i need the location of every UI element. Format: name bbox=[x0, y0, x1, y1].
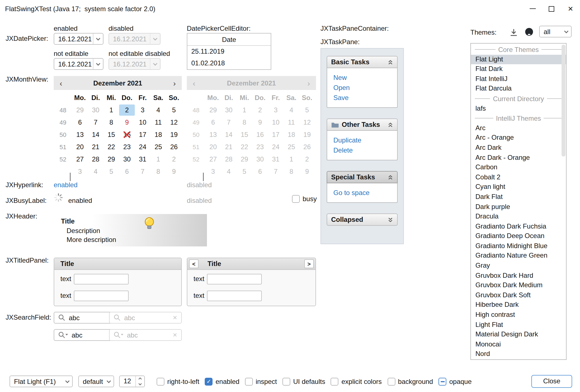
previous-month-icon[interactable]: ‹ bbox=[54, 79, 68, 87]
theme-item-dark-flat[interactable]: Dark Flat bbox=[471, 192, 566, 202]
theme-item-cobalt-2[interactable]: Cobalt 2 bbox=[471, 172, 566, 182]
day-cell[interactable]: 30 bbox=[119, 154, 135, 165]
taskpane-link-new[interactable]: New bbox=[333, 73, 391, 83]
day-cell[interactable]: 10 bbox=[135, 117, 150, 128]
day-cell[interactable]: 16 bbox=[119, 129, 135, 140]
day-cell[interactable]: 27 bbox=[72, 154, 88, 165]
date-table-row[interactable]: 25.11.2019 bbox=[187, 46, 271, 58]
theme-item-cyan-light[interactable]: Cyan light bbox=[471, 182, 566, 192]
theme-item-lafs[interactable]: lafs bbox=[471, 104, 566, 113]
taskpane-link-open[interactable]: Open bbox=[333, 83, 391, 93]
datepicker-not-editable[interactable]: 16.12.2021 bbox=[54, 58, 103, 70]
day-cell[interactable]: 26 bbox=[166, 141, 182, 153]
taskpane-header-other-tasks[interactable]: Other Tasks bbox=[327, 118, 398, 131]
day-cell[interactable]: 23 bbox=[119, 141, 135, 153]
datepicker-arrow-button[interactable] bbox=[93, 59, 103, 69]
day-cell[interactable]: 9 bbox=[119, 117, 135, 128]
checkbox-opaque[interactable]: opaque bbox=[438, 377, 471, 385]
day-cell[interactable]: 7 bbox=[88, 117, 103, 128]
font-combo[interactable]: default bbox=[78, 376, 114, 387]
day-cell[interactable]: 4 bbox=[150, 104, 166, 116]
theme-item-gradianto-deep-ocean[interactable]: Gradianto Deep Ocean bbox=[471, 232, 566, 241]
theme-item-hiberbee-dark[interactable]: Hiberbee Dark bbox=[471, 300, 566, 310]
hyperlink-enabled[interactable]: enabled bbox=[54, 181, 77, 189]
themes-filter-combo[interactable]: all bbox=[539, 26, 572, 37]
day-cell[interactable]: 22 bbox=[103, 141, 119, 153]
text-field[interactable] bbox=[74, 291, 129, 301]
day-cell[interactable]: 5 bbox=[103, 166, 119, 177]
day-cell[interactable]: 5 bbox=[166, 104, 182, 116]
day-cell[interactable]: 31 bbox=[135, 154, 150, 165]
checkbox-busy[interactable]: busy bbox=[292, 195, 317, 203]
search-field-with-menu[interactable]: abc ✕ bbox=[54, 329, 117, 341]
day-cell[interactable]: 18 bbox=[150, 129, 166, 140]
theme-item-gruvbox-dark-soft[interactable]: Gruvbox Dark Soft bbox=[471, 291, 566, 300]
font-size-spinner[interactable]: 12 bbox=[119, 376, 145, 387]
minimize-button[interactable] bbox=[523, 0, 542, 17]
datepicker-enabled[interactable]: 16.12.2021 bbox=[54, 33, 103, 45]
search-input-value[interactable]: abc bbox=[69, 314, 105, 322]
checkbox-explicit-colors[interactable]: explicit colors bbox=[331, 377, 382, 385]
search-field[interactable]: abc ✕ bbox=[54, 312, 117, 324]
theme-item-flat-darcula[interactable]: Flat Darcula bbox=[471, 84, 566, 94]
taskpane-header-basic-tasks[interactable]: Basic Tasks bbox=[327, 56, 398, 68]
day-cell[interactable]: 17 bbox=[135, 129, 150, 140]
theme-item-monocai[interactable]: Monocai bbox=[471, 340, 566, 350]
checkbox-right-to-left[interactable]: right-to-left bbox=[157, 377, 199, 385]
theme-item-dark-purple[interactable]: Dark purple bbox=[471, 202, 566, 212]
text-field[interactable] bbox=[74, 274, 129, 284]
taskpane-header-special-tasks[interactable]: Special Tasks bbox=[327, 171, 398, 183]
titled-panel-next-button[interactable]: > bbox=[304, 259, 314, 268]
theme-item-dracula[interactable]: Dracula bbox=[471, 212, 566, 222]
close-button[interactable]: Close bbox=[531, 375, 572, 388]
theme-item-gruvbox-dark-hard[interactable]: Gruvbox Dark Hard bbox=[471, 271, 566, 281]
text-field[interactable] bbox=[207, 274, 262, 284]
theme-item-arc-orange[interactable]: Arc - Orange bbox=[471, 133, 566, 143]
theme-item-gradianto-nature-green[interactable]: Gradianto Nature Green bbox=[471, 251, 566, 261]
day-cell[interactable]: 29 bbox=[72, 104, 88, 116]
taskpane-link-save[interactable]: Save bbox=[333, 93, 391, 103]
day-cell[interactable]: 9 bbox=[166, 166, 182, 177]
theme-item-material-design-dark[interactable]: Material Design Dark bbox=[471, 330, 566, 339]
theme-item-nord[interactable]: Nord bbox=[471, 350, 566, 359]
scrollbar-thumb[interactable] bbox=[562, 45, 565, 156]
github-button[interactable] bbox=[524, 26, 535, 37]
theme-item-gradianto-dark-fuchsia[interactable]: Gradianto Dark Fuchsia bbox=[471, 222, 566, 231]
taskpane-link-delete[interactable]: Delete bbox=[333, 145, 391, 155]
day-cell[interactable]: 1 bbox=[103, 104, 119, 116]
theme-item-light-flat[interactable]: Light Flat bbox=[471, 320, 566, 330]
day-cell[interactable]: 2 bbox=[166, 154, 182, 165]
checkbox-background[interactable]: background bbox=[387, 377, 433, 385]
datepicker-arrow-button[interactable] bbox=[93, 34, 103, 44]
maximize-button[interactable] bbox=[542, 0, 561, 17]
titled-panel-prev-button[interactable]: < bbox=[189, 259, 199, 268]
day-cell[interactable]: 3 bbox=[72, 166, 88, 177]
day-cell[interactable]: 21 bbox=[88, 141, 103, 153]
theme-item-arc[interactable]: Arc bbox=[471, 123, 566, 133]
day-cell[interactable]: 24 bbox=[135, 141, 150, 153]
day-cell[interactable]: 13 bbox=[72, 129, 88, 140]
day-cell[interactable]: 6 bbox=[72, 117, 88, 128]
theme-item-high-contrast[interactable]: High contrast bbox=[471, 310, 566, 320]
checkbox-inspect[interactable]: inspect bbox=[245, 377, 277, 385]
day-cell[interactable]: 4 bbox=[88, 166, 103, 177]
day-cell[interactable]: 30 bbox=[88, 104, 103, 116]
day-cell[interactable]: 19 bbox=[166, 129, 182, 140]
day-cell[interactable]: 14 bbox=[88, 129, 103, 140]
day-cell[interactable]: 11 bbox=[150, 117, 166, 128]
theme-item-gruvbox-dark-medium[interactable]: Gruvbox Dark Medium bbox=[471, 281, 566, 291]
taskpane-link-go-to-space[interactable]: Go to space bbox=[333, 188, 391, 198]
search-input-value[interactable]: abc bbox=[72, 331, 105, 339]
theme-item-flat-light[interactable]: Flat Light bbox=[471, 54, 566, 64]
day-cell[interactable]: 1 bbox=[150, 154, 166, 165]
theme-item-arc-dark[interactable]: Arc Dark bbox=[471, 143, 566, 153]
theme-item-flat-intellij[interactable]: Flat IntelliJ bbox=[471, 74, 566, 84]
spinner-up-button[interactable] bbox=[136, 376, 144, 381]
taskpane-header-collapsed[interactable]: Collapsed bbox=[327, 213, 398, 226]
theme-item-gray[interactable]: Gray bbox=[471, 261, 566, 271]
day-cell[interactable]: 12 bbox=[166, 117, 182, 128]
download-button[interactable] bbox=[508, 27, 519, 37]
day-cell[interactable]: 15 bbox=[103, 129, 119, 140]
day-cell[interactable]: 8 bbox=[150, 166, 166, 177]
taskpane-link-duplicate[interactable]: Duplicate bbox=[333, 135, 391, 145]
